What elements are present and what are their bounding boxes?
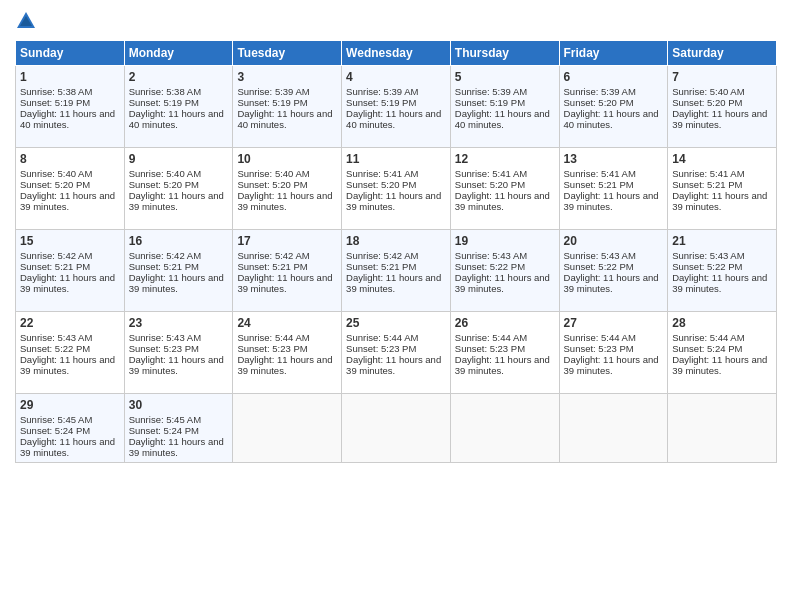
sunrise-label: Sunrise: 5:43 AM [129, 332, 201, 343]
sunrise-label: Sunrise: 5:38 AM [129, 86, 201, 97]
table-row: 5 Sunrise: 5:39 AM Sunset: 5:19 PM Dayli… [450, 66, 559, 148]
sunset-label: Sunset: 5:19 PM [20, 97, 90, 108]
daylight-label: Daylight: 11 hours and 39 minutes. [672, 108, 767, 130]
table-row [668, 394, 777, 463]
day-number: 13 [564, 152, 664, 166]
sunset-label: Sunset: 5:23 PM [564, 343, 634, 354]
day-number: 1 [20, 70, 120, 84]
sunset-label: Sunset: 5:19 PM [237, 97, 307, 108]
day-header-thursday: Thursday [450, 41, 559, 66]
table-row: 2 Sunrise: 5:38 AM Sunset: 5:19 PM Dayli… [124, 66, 233, 148]
sunset-label: Sunset: 5:22 PM [672, 261, 742, 272]
sunrise-label: Sunrise: 5:41 AM [346, 168, 418, 179]
sunrise-label: Sunrise: 5:42 AM [237, 250, 309, 261]
day-number: 22 [20, 316, 120, 330]
sunrise-label: Sunrise: 5:44 AM [672, 332, 744, 343]
daylight-label: Daylight: 11 hours and 39 minutes. [20, 190, 115, 212]
day-number: 5 [455, 70, 555, 84]
table-row: 24 Sunrise: 5:44 AM Sunset: 5:23 PM Dayl… [233, 312, 342, 394]
daylight-label: Daylight: 11 hours and 40 minutes. [564, 108, 659, 130]
sunset-label: Sunset: 5:19 PM [346, 97, 416, 108]
table-row: 10 Sunrise: 5:40 AM Sunset: 5:20 PM Dayl… [233, 148, 342, 230]
sunset-label: Sunset: 5:23 PM [237, 343, 307, 354]
daylight-label: Daylight: 11 hours and 39 minutes. [237, 354, 332, 376]
day-number: 14 [672, 152, 772, 166]
daylight-label: Daylight: 11 hours and 39 minutes. [129, 272, 224, 294]
table-row [450, 394, 559, 463]
day-number: 29 [20, 398, 120, 412]
daylight-label: Daylight: 11 hours and 39 minutes. [20, 354, 115, 376]
sunrise-label: Sunrise: 5:39 AM [346, 86, 418, 97]
day-number: 9 [129, 152, 229, 166]
sunset-label: Sunset: 5:20 PM [20, 179, 90, 190]
sunrise-label: Sunrise: 5:44 AM [346, 332, 418, 343]
day-number: 27 [564, 316, 664, 330]
sunset-label: Sunset: 5:24 PM [672, 343, 742, 354]
sunset-label: Sunset: 5:21 PM [129, 261, 199, 272]
table-row: 8 Sunrise: 5:40 AM Sunset: 5:20 PM Dayli… [16, 148, 125, 230]
day-number: 10 [237, 152, 337, 166]
sunset-label: Sunset: 5:20 PM [346, 179, 416, 190]
daylight-label: Daylight: 11 hours and 40 minutes. [20, 108, 115, 130]
table-row: 9 Sunrise: 5:40 AM Sunset: 5:20 PM Dayli… [124, 148, 233, 230]
daylight-label: Daylight: 11 hours and 39 minutes. [129, 354, 224, 376]
logo [15, 10, 41, 32]
day-number: 30 [129, 398, 229, 412]
sunset-label: Sunset: 5:21 PM [564, 179, 634, 190]
logo-icon [15, 10, 37, 32]
header [15, 10, 777, 32]
sunset-label: Sunset: 5:23 PM [346, 343, 416, 354]
day-number: 28 [672, 316, 772, 330]
daylight-label: Daylight: 11 hours and 40 minutes. [455, 108, 550, 130]
day-number: 8 [20, 152, 120, 166]
sunrise-label: Sunrise: 5:44 AM [455, 332, 527, 343]
daylight-label: Daylight: 11 hours and 39 minutes. [346, 354, 441, 376]
sunrise-label: Sunrise: 5:38 AM [20, 86, 92, 97]
table-row: 15 Sunrise: 5:42 AM Sunset: 5:21 PM Dayl… [16, 230, 125, 312]
day-number: 21 [672, 234, 772, 248]
day-number: 20 [564, 234, 664, 248]
sunset-label: Sunset: 5:22 PM [20, 343, 90, 354]
sunset-label: Sunset: 5:19 PM [455, 97, 525, 108]
sunrise-label: Sunrise: 5:45 AM [129, 414, 201, 425]
table-row: 17 Sunrise: 5:42 AM Sunset: 5:21 PM Dayl… [233, 230, 342, 312]
daylight-label: Daylight: 11 hours and 39 minutes. [346, 272, 441, 294]
table-row: 29 Sunrise: 5:45 AM Sunset: 5:24 PM Dayl… [16, 394, 125, 463]
table-row [233, 394, 342, 463]
daylight-label: Daylight: 11 hours and 39 minutes. [564, 272, 659, 294]
sunrise-label: Sunrise: 5:43 AM [20, 332, 92, 343]
daylight-label: Daylight: 11 hours and 39 minutes. [237, 190, 332, 212]
sunset-label: Sunset: 5:20 PM [672, 97, 742, 108]
sunrise-label: Sunrise: 5:41 AM [455, 168, 527, 179]
table-row: 23 Sunrise: 5:43 AM Sunset: 5:23 PM Dayl… [124, 312, 233, 394]
day-header-wednesday: Wednesday [342, 41, 451, 66]
sunrise-label: Sunrise: 5:39 AM [455, 86, 527, 97]
table-row: 22 Sunrise: 5:43 AM Sunset: 5:22 PM Dayl… [16, 312, 125, 394]
sunset-label: Sunset: 5:24 PM [20, 425, 90, 436]
sunset-label: Sunset: 5:20 PM [237, 179, 307, 190]
sunrise-label: Sunrise: 5:44 AM [564, 332, 636, 343]
sunrise-label: Sunrise: 5:43 AM [672, 250, 744, 261]
sunrise-label: Sunrise: 5:40 AM [672, 86, 744, 97]
daylight-label: Daylight: 11 hours and 40 minutes. [346, 108, 441, 130]
daylight-label: Daylight: 11 hours and 39 minutes. [672, 190, 767, 212]
table-row: 7 Sunrise: 5:40 AM Sunset: 5:20 PM Dayli… [668, 66, 777, 148]
table-row [559, 394, 668, 463]
day-number: 6 [564, 70, 664, 84]
daylight-label: Daylight: 11 hours and 39 minutes. [564, 354, 659, 376]
sunrise-label: Sunrise: 5:41 AM [672, 168, 744, 179]
day-number: 3 [237, 70, 337, 84]
daylight-label: Daylight: 11 hours and 40 minutes. [237, 108, 332, 130]
day-header-monday: Monday [124, 41, 233, 66]
day-header-saturday: Saturday [668, 41, 777, 66]
daylight-label: Daylight: 11 hours and 39 minutes. [672, 354, 767, 376]
table-row: 19 Sunrise: 5:43 AM Sunset: 5:22 PM Dayl… [450, 230, 559, 312]
table-row [342, 394, 451, 463]
day-number: 23 [129, 316, 229, 330]
day-number: 15 [20, 234, 120, 248]
sunset-label: Sunset: 5:23 PM [455, 343, 525, 354]
day-header-sunday: Sunday [16, 41, 125, 66]
day-number: 26 [455, 316, 555, 330]
daylight-label: Daylight: 11 hours and 39 minutes. [237, 272, 332, 294]
sunset-label: Sunset: 5:23 PM [129, 343, 199, 354]
